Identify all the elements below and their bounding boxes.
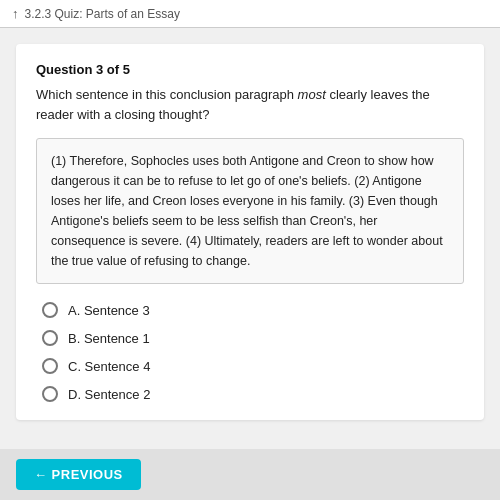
option-d[interactable]: D. Sentence 2 (42, 386, 464, 402)
question-text: Which sentence in this conclusion paragr… (36, 85, 464, 124)
radio-c[interactable] (42, 358, 58, 374)
option-a-label: A. Sentence 3 (68, 303, 150, 318)
main-content: Question 3 of 5 Which sentence in this c… (16, 44, 484, 420)
question-number: Question 3 of 5 (36, 62, 464, 77)
option-c-label: C. Sentence 4 (68, 359, 150, 374)
radio-b[interactable] (42, 330, 58, 346)
radio-d[interactable] (42, 386, 58, 402)
option-a[interactable]: A. Sentence 3 (42, 302, 464, 318)
question-text-italic: most (298, 87, 326, 102)
option-b-label: B. Sentence 1 (68, 331, 150, 346)
breadcrumb: 3.2.3 Quiz: Parts of an Essay (25, 7, 180, 21)
radio-a[interactable] (42, 302, 58, 318)
option-c[interactable]: C. Sentence 4 (42, 358, 464, 374)
option-b[interactable]: B. Sentence 1 (42, 330, 464, 346)
question-text-prefix: Which sentence in this conclusion paragr… (36, 87, 298, 102)
previous-button[interactable]: ← PREVIOUS (16, 459, 141, 490)
option-d-label: D. Sentence 2 (68, 387, 150, 402)
top-bar: ↑ 3.2.3 Quiz: Parts of an Essay (0, 0, 500, 28)
back-icon: ↑ (12, 6, 19, 21)
answer-options: A. Sentence 3 B. Sentence 1 C. Sentence … (36, 302, 464, 402)
passage-box: (1) Therefore, Sophocles uses both Antig… (36, 138, 464, 284)
bottom-bar: ← PREVIOUS (0, 449, 500, 500)
